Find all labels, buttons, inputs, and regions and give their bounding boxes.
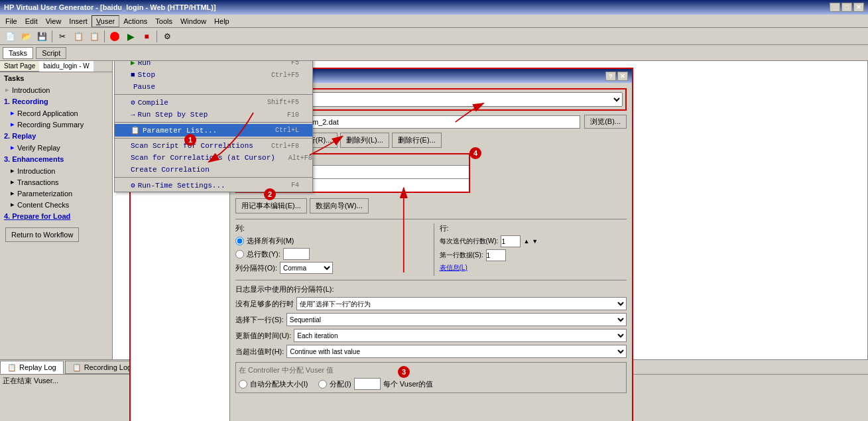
del-col-btn[interactable]: 删除列(L)... xyxy=(340,133,389,148)
record-icon xyxy=(110,32,119,41)
transactions-item[interactable]: ▸ Transactions xyxy=(0,176,112,188)
exceed-select[interactable]: Continue with last value xyxy=(286,345,627,358)
replay-log-tab[interactable]: 📋 Replay Log xyxy=(0,361,64,374)
transactions-label: Transactions xyxy=(17,178,59,186)
table-info-link[interactable]: 表信息(L) xyxy=(440,264,467,271)
minimize-btn[interactable]: _ xyxy=(830,3,840,12)
select-all-radio[interactable] xyxy=(235,237,244,245)
menu-scan-cursor[interactable]: Scan for Correlations (at Cursor) Alt+F8 xyxy=(115,152,312,164)
tb-save[interactable]: 💾 xyxy=(34,29,49,44)
verify-replay-item[interactable]: ▸ Verify Replay xyxy=(0,142,112,153)
section-enhancements[interactable]: 3. Enhancements xyxy=(0,153,112,165)
total-rows-input[interactable] xyxy=(283,248,310,260)
data-wizard-btn[interactable]: 数据向导(W)... xyxy=(310,198,369,213)
first-row-input[interactable] xyxy=(486,249,506,261)
del-row-btn[interactable]: 删除行(E)... xyxy=(392,133,442,148)
rec-arrow: ▸ xyxy=(11,109,15,117)
total-rows-radio[interactable] xyxy=(235,250,244,259)
browse-button[interactable]: 浏览(B)... xyxy=(584,115,627,129)
section-load[interactable]: 4. Prepare for Load xyxy=(0,210,112,222)
status-text: 正在结束 Vuser... xyxy=(3,376,58,386)
menu-vuser[interactable]: Vuser xyxy=(92,15,119,27)
tb-new[interactable]: 📄 xyxy=(3,29,17,44)
vuser-section-label: 在 Controller 中分配 Vuser 值 xyxy=(239,365,623,375)
section-recording[interactable]: 1. Recording xyxy=(0,95,112,107)
close-btn[interactable]: ✕ xyxy=(853,3,864,12)
menu-edit[interactable]: Edit xyxy=(21,16,42,27)
tasks-tab[interactable]: Tasks xyxy=(3,47,33,59)
dialog-help-btn[interactable]: ? xyxy=(605,72,616,81)
menu-view[interactable]: View xyxy=(42,16,66,27)
menu-compile[interactable]: ⚙ Compile Shift+F5 xyxy=(115,96,312,109)
record-app-item[interactable]: ▸ Record Application xyxy=(0,107,112,119)
menu-runtime[interactable]: ⚙ Run-Time Settings... F4 xyxy=(115,179,312,192)
menu-scan-script[interactable]: Scan Script for Correlations Ctrl+F8 xyxy=(115,140,312,152)
menu-actions[interactable]: Actions xyxy=(119,16,151,27)
alloc-input[interactable] xyxy=(354,378,381,390)
menu-run-step[interactable]: → Run Step by Step F10 xyxy=(115,109,312,121)
script-name-tab[interactable]: baidu_login - W xyxy=(39,61,93,72)
spin-up[interactable]: ▲ xyxy=(523,238,529,245)
tb-cut[interactable]: ✂ xyxy=(55,29,70,44)
tb-settings[interactable]: ⚙ xyxy=(160,29,174,44)
parameterization-item[interactable]: ▸ Parameterization xyxy=(0,188,112,199)
menu-create-corr[interactable]: Create Correlation xyxy=(115,164,312,176)
next-row-label: 选择下一行(S): xyxy=(235,315,284,325)
menu-pause[interactable]: Pause xyxy=(115,81,312,93)
menu-tools[interactable]: Tools xyxy=(151,16,176,27)
alloc-radio[interactable] xyxy=(318,380,327,389)
recording-log-tab[interactable]: 📋 Recording Log xyxy=(65,361,139,374)
recording-summary-item[interactable]: ▸ Recording Summary xyxy=(0,119,112,130)
divider2 xyxy=(235,280,627,280)
step-shortcut: F10 xyxy=(287,111,299,119)
edit-notepad-btn[interactable]: 用记事本编辑(E)... xyxy=(235,198,307,213)
vuser-section: 在 Controller 中分配 Vuser 值 自动分配块大小(I) 分配(I… xyxy=(235,362,627,393)
separator-select[interactable]: Comma xyxy=(280,262,333,274)
tree-intro-top[interactable]: ▸ Introduction xyxy=(0,84,112,95)
tb-run[interactable]: ▶ xyxy=(123,29,138,44)
left-panel: Start Page baidu_login - W Tasks ▸ Intro… xyxy=(0,61,113,359)
menu-param-list[interactable]: 📋 Parameter List... Ctrl+L xyxy=(115,124,312,137)
tb-copy[interactable]: 📋 xyxy=(71,29,86,44)
record-app-label: Record Application xyxy=(17,109,78,117)
menu-run[interactable]: ▶ Run F5 xyxy=(115,61,312,69)
columns-section: 列: 选择所有列(M) 总行数(Y): 列分隔符(O xyxy=(235,223,627,276)
maximize-btn[interactable]: □ xyxy=(841,3,852,12)
verify-replay-label: Verify Replay xyxy=(17,144,60,152)
next-row-select[interactable]: Sequential xyxy=(286,313,627,326)
replay-log-label: Replay Log xyxy=(19,363,56,371)
menu-file[interactable]: File xyxy=(1,16,21,27)
tb-record[interactable] xyxy=(107,29,122,44)
param-type-select[interactable]: Table xyxy=(284,92,623,107)
tb-open[interactable]: 📂 xyxy=(19,29,33,44)
stop-icon: ■ xyxy=(131,71,135,79)
rows-per-iter-input[interactable] xyxy=(501,235,521,247)
section-replay[interactable]: 2. Replay xyxy=(0,130,112,142)
tb-stop[interactable]: ■ xyxy=(139,29,154,44)
scan-shortcut: Ctrl+F8 xyxy=(271,143,299,150)
runtime-shortcut: F4 xyxy=(291,182,299,189)
content-arrow: ▸ xyxy=(11,200,15,209)
script-tab-btn[interactable]: Script xyxy=(36,47,66,59)
start-page-tab[interactable]: Start Page xyxy=(0,61,39,72)
menu-window[interactable]: Window xyxy=(176,16,210,27)
insufficient-label: 没有足够多的行时 xyxy=(235,299,294,309)
log-sep-row: 日志显示中使用的行分隔符(L): xyxy=(235,284,627,294)
select-all-label: 选择所有列(M) xyxy=(247,236,294,246)
auto-alloc-radio[interactable] xyxy=(239,380,247,389)
return-workflow-btn[interactable]: Return to Workflow xyxy=(5,227,79,242)
spin-down[interactable]: ▼ xyxy=(532,238,538,245)
menu-insert[interactable]: Insert xyxy=(65,16,92,27)
dialog-close-btn-title[interactable]: ✕ xyxy=(617,72,628,81)
menu-help[interactable]: Help xyxy=(210,16,233,27)
file-path-input[interactable] xyxy=(280,115,580,129)
enh-intro-item[interactable]: ▸ Introduction xyxy=(0,165,112,176)
insufficient-select[interactable]: 使用"选择下一行"的行为 xyxy=(296,297,627,310)
first-row-label: 第一行数据(S): xyxy=(440,251,483,260)
update-select[interactable]: Each iteration xyxy=(294,329,627,342)
arrow-icon-intro: ▸ xyxy=(5,86,9,94)
menu-stop[interactable]: ■ Stop Ctrl+F5 xyxy=(115,69,312,81)
toolbar-sep3 xyxy=(156,30,157,42)
tb-paste[interactable]: 📋 xyxy=(87,29,101,44)
content-checks-item[interactable]: ▸ Content Checks xyxy=(0,199,112,210)
